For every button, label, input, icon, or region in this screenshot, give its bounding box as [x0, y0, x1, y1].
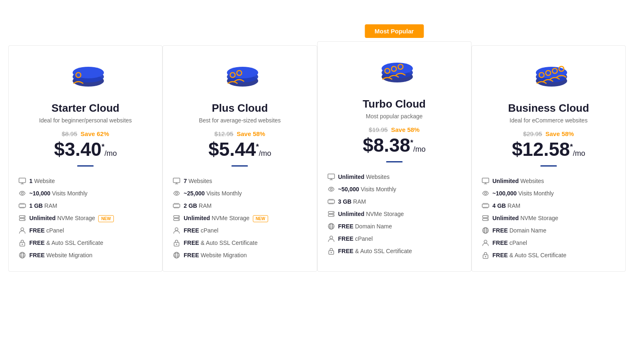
feature-text: 4 GB RAM: [493, 202, 521, 209]
svg-point-63: [487, 216, 488, 217]
storage-icon: [173, 214, 180, 222]
feature-detail: cPanel: [509, 240, 527, 246]
feature-detail: cPanel: [46, 227, 64, 234]
feature-text: Unlimited NVMe Storage: [338, 211, 404, 217]
feature-item: Unlimited NVMe Storage NEW: [19, 212, 152, 224]
price-divider: [386, 161, 403, 162]
feature-item: Unlimited NVMe Storage: [482, 212, 615, 224]
feature-detail: NVMe Storage: [366, 211, 404, 217]
feature-bold: FREE: [338, 235, 354, 242]
feature-detail: & Auto SSL Certificate: [46, 240, 103, 246]
feature-text: FREE & Auto SSL Certificate: [29, 240, 103, 246]
lock-icon: [19, 239, 26, 247]
feature-item: FREE Domain Name: [482, 224, 615, 237]
feature-detail: NVMe Storage: [520, 215, 558, 221]
feature-detail: Websites: [366, 174, 389, 180]
original-price: $12.95: [214, 130, 233, 137]
feature-detail: & Auto SSL Certificate: [355, 248, 412, 254]
feature-detail: cPanel: [355, 235, 373, 242]
feature-bold: ~50,000: [338, 186, 359, 193]
price-divider: [540, 165, 557, 167]
pricing-row: $19.95 Save 58%: [328, 126, 461, 133]
current-price: $8.38*/mo: [328, 136, 461, 155]
lock-icon: [328, 247, 335, 255]
monitor-icon: [19, 177, 26, 185]
plan-name: Starter Cloud: [19, 102, 152, 115]
svg-point-22: [176, 193, 178, 195]
feature-detail: cPanel: [200, 227, 218, 234]
svg-point-50: [330, 252, 332, 253]
feature-bold: Unlimited: [29, 215, 56, 221]
price-divider: [77, 165, 94, 167]
plan-subtitle: Most popular package: [328, 113, 461, 120]
feature-detail: Websites: [189, 178, 212, 184]
feature-text: Unlimited NVMe Storage: [493, 215, 559, 221]
visits-icon: [19, 190, 26, 197]
feature-text: FREE Domain Name: [493, 227, 547, 234]
feature-bold: FREE: [493, 252, 508, 258]
feature-item: ~100,000 Visits Monthly: [482, 187, 615, 200]
original-price: $19.95: [369, 126, 388, 133]
svg-point-28: [175, 228, 178, 231]
feature-item: 4 GB RAM: [482, 200, 615, 212]
feature-item: ~10,000 Visits Monthly: [19, 187, 152, 200]
feature-item: Unlimited NVMe Storage NEW: [173, 212, 306, 224]
feature-text: Unlimited Websites: [493, 178, 544, 184]
svg-rect-23: [173, 204, 180, 207]
svg-point-44: [332, 212, 333, 213]
feature-bold: FREE: [338, 223, 354, 230]
feature-detail: Visits Monthly: [518, 190, 554, 197]
feature-item: FREE Website Migration: [173, 249, 306, 261]
feature-item: FREE Website Migration: [19, 249, 152, 261]
visits-icon: [173, 190, 180, 197]
feature-item: FREE & Auto SSL Certificate: [328, 245, 461, 257]
feature-bold: 3 GB: [338, 198, 352, 205]
feature-bold: 1: [29, 178, 33, 184]
current-price: $5.44*/mo: [173, 140, 306, 159]
person-icon: [328, 235, 335, 242]
feature-bold: Unlimited: [338, 174, 365, 180]
feature-bold: 4 GB: [493, 202, 506, 209]
feature-text: ~25,000 Visits Monthly: [184, 190, 242, 197]
feature-item: 2 GB RAM: [173, 200, 306, 212]
feature-detail: & Auto SSL Certificate: [200, 240, 257, 246]
features-list: Unlimited Websites ~100,000 Visits Month…: [482, 175, 615, 261]
feature-detail: Visits Monthly: [52, 190, 87, 197]
feature-bold: FREE: [338, 248, 354, 254]
feature-bold: FREE: [29, 240, 45, 246]
svg-point-45: [332, 215, 333, 216]
feature-detail: Website Migration: [46, 252, 92, 258]
feature-item: FREE cPanel: [328, 232, 461, 245]
svg-point-67: [484, 240, 487, 243]
plans-wrapper: Starter Cloud Ideal for beginner/persona…: [8, 41, 626, 272]
plan-card-starter: Starter Cloud Ideal for beginner/persona…: [8, 45, 163, 272]
feature-bold: Unlimited: [493, 178, 519, 184]
feature-bold: Unlimited: [493, 215, 519, 221]
page-container: Starter Cloud Ideal for beginner/persona…: [0, 0, 634, 288]
feature-detail: Domain Name: [509, 227, 546, 234]
feature-item: ~25,000 Visits Monthly: [173, 187, 306, 200]
feature-detail: Visits Monthly: [206, 190, 242, 197]
feature-item: Unlimited NVMe Storage: [328, 208, 461, 220]
feature-detail: RAM: [199, 202, 212, 209]
feature-item: FREE cPanel: [173, 224, 306, 237]
plan-name: Business Cloud: [482, 102, 615, 115]
monitor-icon: [173, 177, 180, 185]
lock-icon: [173, 239, 180, 247]
svg-rect-60: [482, 204, 489, 207]
feature-item: FREE & Auto SSL Certificate: [482, 249, 615, 261]
feature-bold: FREE: [29, 227, 45, 234]
feature-bold: FREE: [184, 240, 199, 246]
pricing-row: $8.95 Save 62%: [19, 130, 152, 137]
svg-point-40: [330, 188, 332, 190]
feature-detail: RAM: [353, 198, 366, 205]
features-list: 1 Website ~10,000 Visits Monthly 1 GB RA…: [19, 175, 152, 261]
lock-icon: [482, 251, 489, 259]
feature-detail: Domain Name: [355, 223, 392, 230]
feature-bold: 2 GB: [184, 202, 197, 209]
feature-detail: RAM: [45, 202, 57, 209]
globe-icon: [173, 251, 180, 259]
new-badge: NEW: [253, 215, 268, 222]
feature-detail: RAM: [507, 202, 520, 209]
features-list: Unlimited Websites ~50,000 Visits Monthl…: [328, 171, 461, 257]
